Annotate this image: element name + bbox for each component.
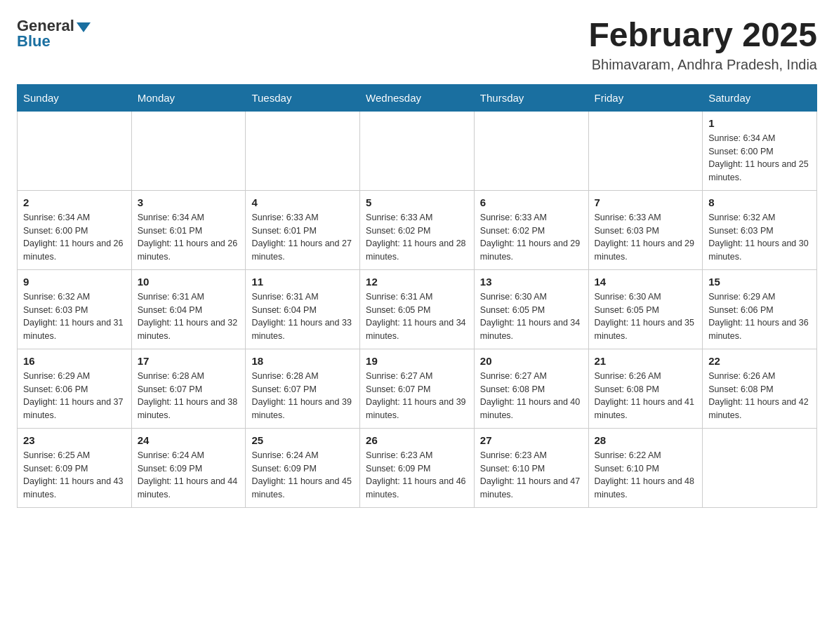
logo-blue-text: Blue bbox=[17, 32, 51, 51]
calendar-cell: 6Sunrise: 6:33 AMSunset: 6:02 PMDaylight… bbox=[474, 190, 588, 269]
day-number: 15 bbox=[708, 276, 811, 288]
day-info: Sunrise: 6:32 AMSunset: 6:03 PMDaylight:… bbox=[708, 211, 811, 264]
day-info: Sunrise: 6:26 AMSunset: 6:08 PMDaylight:… bbox=[595, 370, 697, 422]
col-header-wednesday: Wednesday bbox=[360, 84, 475, 111]
calendar-cell: 2Sunrise: 6:34 AMSunset: 6:00 PMDaylight… bbox=[18, 190, 132, 269]
calendar-cell bbox=[131, 111, 246, 190]
day-number: 10 bbox=[138, 276, 240, 288]
day-info: Sunrise: 6:30 AMSunset: 6:05 PMDaylight:… bbox=[480, 290, 583, 343]
day-info: Sunrise: 6:32 AMSunset: 6:03 PMDaylight:… bbox=[23, 290, 126, 343]
day-number: 2 bbox=[23, 196, 126, 208]
location-subtitle: Bhimavaram, Andhra Pradesh, India bbox=[588, 57, 817, 73]
calendar-cell: 11Sunrise: 6:31 AMSunset: 6:04 PMDayligh… bbox=[246, 269, 360, 349]
calendar-cell: 8Sunrise: 6:32 AMSunset: 6:03 PMDaylight… bbox=[703, 190, 817, 269]
calendar-header-row: SundayMondayTuesdayWednesdayThursdayFrid… bbox=[18, 84, 817, 111]
page-header: General Blue February 2025 Bhimavaram, A… bbox=[17, 17, 817, 73]
calendar-week-row: 1Sunrise: 6:34 AMSunset: 6:00 PMDaylight… bbox=[18, 111, 817, 190]
day-info: Sunrise: 6:28 AMSunset: 6:07 PMDaylight:… bbox=[138, 370, 240, 422]
calendar-cell: 27Sunrise: 6:23 AMSunset: 6:10 PMDayligh… bbox=[474, 428, 588, 507]
day-number: 17 bbox=[138, 355, 240, 367]
day-number: 13 bbox=[480, 276, 583, 288]
day-number: 19 bbox=[366, 355, 468, 367]
calendar-cell: 10Sunrise: 6:31 AMSunset: 6:04 PMDayligh… bbox=[131, 269, 246, 349]
day-number: 7 bbox=[595, 196, 697, 208]
calendar-cell bbox=[18, 111, 132, 190]
day-number: 16 bbox=[23, 355, 126, 367]
calendar-cell: 3Sunrise: 6:34 AMSunset: 6:01 PMDaylight… bbox=[131, 190, 246, 269]
calendar-cell: 19Sunrise: 6:27 AMSunset: 6:07 PMDayligh… bbox=[360, 349, 475, 428]
col-header-tuesday: Tuesday bbox=[246, 84, 360, 111]
calendar-cell: 24Sunrise: 6:24 AMSunset: 6:09 PMDayligh… bbox=[131, 428, 246, 507]
day-info: Sunrise: 6:24 AMSunset: 6:09 PMDaylight:… bbox=[251, 449, 354, 502]
day-info: Sunrise: 6:31 AMSunset: 6:05 PMDaylight:… bbox=[366, 290, 468, 343]
col-header-monday: Monday bbox=[131, 84, 246, 111]
day-number: 28 bbox=[595, 434, 697, 446]
day-info: Sunrise: 6:29 AMSunset: 6:06 PMDaylight:… bbox=[708, 290, 811, 343]
day-number: 23 bbox=[23, 434, 126, 446]
calendar-cell: 20Sunrise: 6:27 AMSunset: 6:08 PMDayligh… bbox=[474, 349, 588, 428]
calendar-cell bbox=[588, 111, 703, 190]
day-info: Sunrise: 6:28 AMSunset: 6:07 PMDaylight:… bbox=[251, 370, 354, 422]
day-number: 12 bbox=[366, 276, 468, 288]
day-info: Sunrise: 6:33 AMSunset: 6:02 PMDaylight:… bbox=[480, 211, 583, 264]
calendar-cell: 22Sunrise: 6:26 AMSunset: 6:08 PMDayligh… bbox=[703, 349, 817, 428]
calendar-cell: 4Sunrise: 6:33 AMSunset: 6:01 PMDaylight… bbox=[246, 190, 360, 269]
day-number: 21 bbox=[595, 355, 697, 367]
day-number: 4 bbox=[251, 196, 354, 208]
col-header-thursday: Thursday bbox=[474, 84, 588, 111]
calendar-week-row: 9Sunrise: 6:32 AMSunset: 6:03 PMDaylight… bbox=[18, 269, 817, 349]
day-info: Sunrise: 6:34 AMSunset: 6:00 PMDaylight:… bbox=[23, 211, 126, 264]
day-number: 3 bbox=[138, 196, 240, 208]
calendar-cell: 15Sunrise: 6:29 AMSunset: 6:06 PMDayligh… bbox=[703, 269, 817, 349]
day-number: 14 bbox=[595, 276, 697, 288]
day-info: Sunrise: 6:34 AMSunset: 6:00 PMDaylight:… bbox=[708, 132, 811, 185]
col-header-sunday: Sunday bbox=[18, 84, 132, 111]
calendar-cell: 7Sunrise: 6:33 AMSunset: 6:03 PMDaylight… bbox=[588, 190, 703, 269]
calendar-week-row: 2Sunrise: 6:34 AMSunset: 6:00 PMDaylight… bbox=[18, 190, 817, 269]
month-year-title: February 2025 bbox=[588, 17, 817, 54]
day-number: 11 bbox=[251, 276, 354, 288]
calendar-cell bbox=[703, 428, 817, 507]
logo-arrow-icon bbox=[77, 22, 91, 32]
day-info: Sunrise: 6:25 AMSunset: 6:09 PMDaylight:… bbox=[23, 449, 126, 502]
day-number: 6 bbox=[480, 196, 583, 208]
calendar-cell bbox=[246, 111, 360, 190]
day-info: Sunrise: 6:23 AMSunset: 6:09 PMDaylight:… bbox=[366, 449, 468, 502]
day-number: 22 bbox=[708, 355, 811, 367]
day-number: 9 bbox=[23, 276, 126, 288]
calendar-cell: 12Sunrise: 6:31 AMSunset: 6:05 PMDayligh… bbox=[360, 269, 475, 349]
day-info: Sunrise: 6:30 AMSunset: 6:05 PMDaylight:… bbox=[595, 290, 697, 343]
calendar-week-row: 16Sunrise: 6:29 AMSunset: 6:06 PMDayligh… bbox=[18, 349, 817, 428]
day-number: 1 bbox=[708, 117, 811, 129]
day-info: Sunrise: 6:22 AMSunset: 6:10 PMDaylight:… bbox=[595, 449, 697, 502]
calendar-table: SundayMondayTuesdayWednesdayThursdayFrid… bbox=[17, 84, 817, 508]
logo: General Blue bbox=[17, 17, 91, 51]
day-number: 27 bbox=[480, 434, 583, 446]
day-info: Sunrise: 6:33 AMSunset: 6:01 PMDaylight:… bbox=[251, 211, 354, 264]
calendar-cell: 17Sunrise: 6:28 AMSunset: 6:07 PMDayligh… bbox=[131, 349, 246, 428]
calendar-cell: 28Sunrise: 6:22 AMSunset: 6:10 PMDayligh… bbox=[588, 428, 703, 507]
day-number: 18 bbox=[251, 355, 354, 367]
calendar-cell: 1Sunrise: 6:34 AMSunset: 6:00 PMDaylight… bbox=[703, 111, 817, 190]
calendar-cell: 14Sunrise: 6:30 AMSunset: 6:05 PMDayligh… bbox=[588, 269, 703, 349]
day-info: Sunrise: 6:27 AMSunset: 6:07 PMDaylight:… bbox=[366, 370, 468, 422]
day-number: 24 bbox=[138, 434, 240, 446]
day-info: Sunrise: 6:33 AMSunset: 6:03 PMDaylight:… bbox=[595, 211, 697, 264]
day-info: Sunrise: 6:33 AMSunset: 6:02 PMDaylight:… bbox=[366, 211, 468, 264]
day-info: Sunrise: 6:31 AMSunset: 6:04 PMDaylight:… bbox=[138, 290, 240, 343]
day-number: 8 bbox=[708, 196, 811, 208]
calendar-cell: 21Sunrise: 6:26 AMSunset: 6:08 PMDayligh… bbox=[588, 349, 703, 428]
calendar-cell: 18Sunrise: 6:28 AMSunset: 6:07 PMDayligh… bbox=[246, 349, 360, 428]
calendar-cell bbox=[360, 111, 475, 190]
calendar-cell: 13Sunrise: 6:30 AMSunset: 6:05 PMDayligh… bbox=[474, 269, 588, 349]
day-info: Sunrise: 6:23 AMSunset: 6:10 PMDaylight:… bbox=[480, 449, 583, 502]
col-header-saturday: Saturday bbox=[703, 84, 817, 111]
day-info: Sunrise: 6:31 AMSunset: 6:04 PMDaylight:… bbox=[251, 290, 354, 343]
day-number: 20 bbox=[480, 355, 583, 367]
calendar-cell: 23Sunrise: 6:25 AMSunset: 6:09 PMDayligh… bbox=[18, 428, 132, 507]
calendar-cell: 26Sunrise: 6:23 AMSunset: 6:09 PMDayligh… bbox=[360, 428, 475, 507]
day-info: Sunrise: 6:24 AMSunset: 6:09 PMDaylight:… bbox=[138, 449, 240, 502]
day-info: Sunrise: 6:34 AMSunset: 6:01 PMDaylight:… bbox=[138, 211, 240, 264]
day-info: Sunrise: 6:29 AMSunset: 6:06 PMDaylight:… bbox=[23, 370, 126, 422]
day-number: 26 bbox=[366, 434, 468, 446]
